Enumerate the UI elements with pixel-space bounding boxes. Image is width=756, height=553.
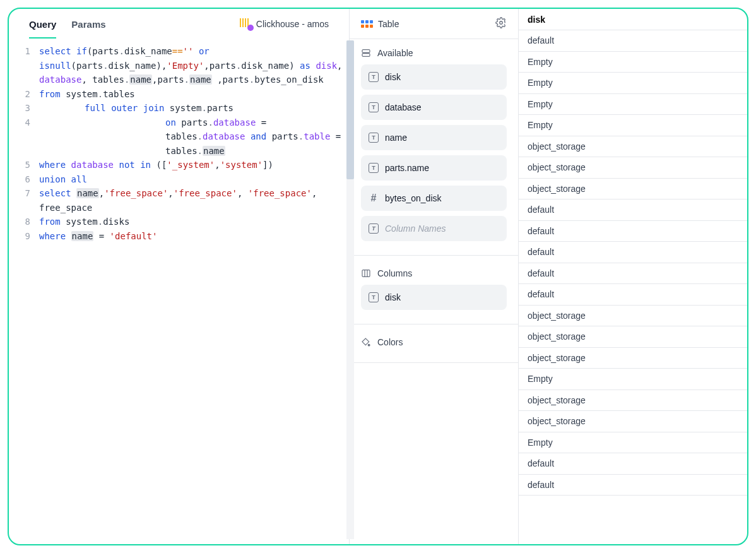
section-available: Available Tdisk Tdatabase Tname Tparts.n… (350, 39, 518, 251)
text-type-icon: T (369, 163, 379, 173)
results-row[interactable]: object_storage (519, 306, 747, 327)
svg-point-0 (500, 21, 503, 24)
svg-rect-3 (362, 270, 370, 277)
editor-tabs: Query Params (29, 19, 106, 30)
datasource-label: Clickhouse - amos (256, 19, 329, 29)
section-colors-label: Colors (377, 337, 403, 347)
results-row[interactable]: object_storage (519, 179, 747, 200)
svg-point-6 (368, 344, 370, 346)
section-colors: Colors (350, 328, 518, 359)
tab-query[interactable]: Query (29, 19, 56, 39)
results-row[interactable]: object_storage (519, 411, 747, 432)
sql-editor[interactable]: 1 2 3 4 5 6 7 8 9 select if(parts.disk_n… (9, 39, 349, 544)
column-names-input[interactable]: TColumn Names (361, 216, 507, 241)
field-bytes-on-disk[interactable]: #bytes_on_disk (361, 186, 507, 211)
results-row[interactable]: Empty (519, 94, 747, 116)
results-row[interactable]: default (519, 242, 747, 263)
editor-scrollbar-thumb[interactable] (346, 40, 354, 179)
section-columns-label: Columns (377, 268, 412, 278)
results-body: defaultEmptyEmptyEmptyEmptyobject_storag… (519, 30, 747, 496)
text-type-icon: T (369, 223, 379, 234)
results-row[interactable]: object_storage (519, 390, 747, 412)
text-type-icon: T (369, 72, 379, 82)
columns-icon (361, 268, 371, 278)
editor-pane: Query Params Clickhouse - amos 1 2 3 4 5… (9, 9, 350, 544)
code-content[interactable]: select if(parts.disk_name=='' or isnull(… (39, 44, 349, 544)
results-row[interactable]: object_storage (519, 136, 747, 158)
results-row[interactable]: object_storage (519, 348, 747, 369)
results-row[interactable]: Empty (519, 432, 747, 454)
text-type-icon: T (369, 292, 379, 302)
gear-icon[interactable] (495, 17, 507, 31)
results-row[interactable]: default (519, 30, 747, 52)
results-row[interactable]: default (519, 263, 747, 285)
divider (350, 255, 518, 256)
results-row[interactable]: default (519, 284, 747, 306)
text-type-icon: T (369, 102, 379, 112)
results-row[interactable]: Empty (519, 369, 747, 390)
field-database[interactable]: Tdatabase (361, 95, 507, 120)
section-available-label: Available (377, 48, 413, 58)
paint-icon (361, 337, 371, 347)
line-gutter: 1 2 3 4 5 6 7 8 9 (9, 44, 39, 544)
results-row[interactable]: object_storage (519, 157, 747, 179)
results-row[interactable]: default (519, 199, 747, 221)
text-type-icon: T (369, 133, 379, 143)
field-disk[interactable]: Tdisk (361, 64, 507, 90)
app-frame: Query Params Clickhouse - amos 1 2 3 4 5… (8, 8, 748, 545)
section-columns: Columns Tdisk (350, 259, 518, 320)
divider (350, 324, 518, 324)
results-pane: disk defaultEmptyEmptyEmptyEmptyobject_s… (519, 9, 747, 544)
config-header: Table (350, 9, 518, 39)
results-row[interactable]: default (519, 453, 747, 475)
results-row[interactable]: Empty (519, 115, 747, 136)
clickhouse-icon (240, 18, 251, 30)
editor-header: Query Params Clickhouse - amos (9, 9, 349, 39)
config-title-label: Table (378, 19, 399, 29)
results-row[interactable]: Empty (519, 73, 747, 94)
tab-params[interactable]: Params (71, 19, 105, 39)
field-name[interactable]: Tname (361, 125, 507, 150)
divider (350, 362, 518, 363)
editor-scrollbar[interactable] (346, 40, 354, 539)
results-header-disk[interactable]: disk (519, 9, 747, 30)
datasource-selector[interactable]: Clickhouse - amos (240, 18, 329, 30)
config-pane: Table Available Tdisk Tdatabase Tname Tp… (350, 9, 519, 544)
svg-rect-2 (362, 54, 370, 57)
field-parts-name[interactable]: Tparts.name (361, 155, 507, 181)
table-view-icon (361, 20, 373, 28)
server-icon (361, 48, 371, 58)
results-row[interactable]: object_storage (519, 326, 747, 348)
results-row[interactable]: default (519, 475, 747, 496)
results-row[interactable]: Empty (519, 52, 747, 73)
column-disk[interactable]: Tdisk (361, 285, 507, 310)
results-row[interactable]: default (519, 221, 747, 242)
svg-rect-1 (362, 50, 370, 53)
number-type-icon: # (369, 193, 379, 204)
